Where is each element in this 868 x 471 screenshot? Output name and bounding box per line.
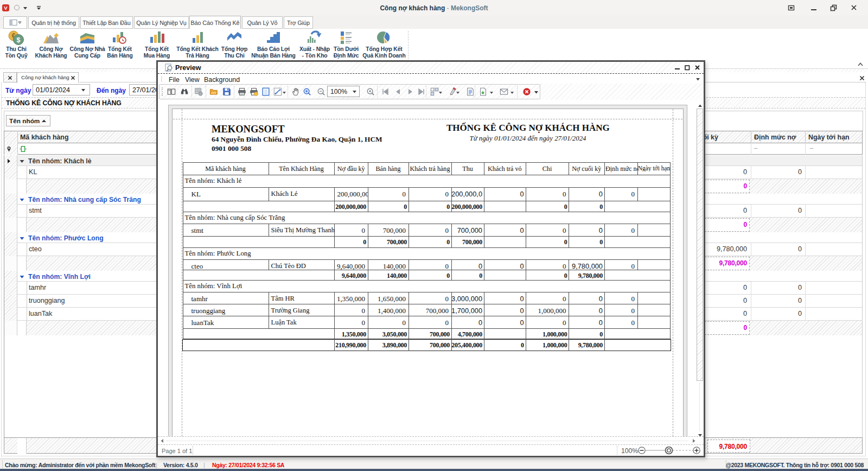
svg-text:$: $ — [17, 36, 21, 44]
